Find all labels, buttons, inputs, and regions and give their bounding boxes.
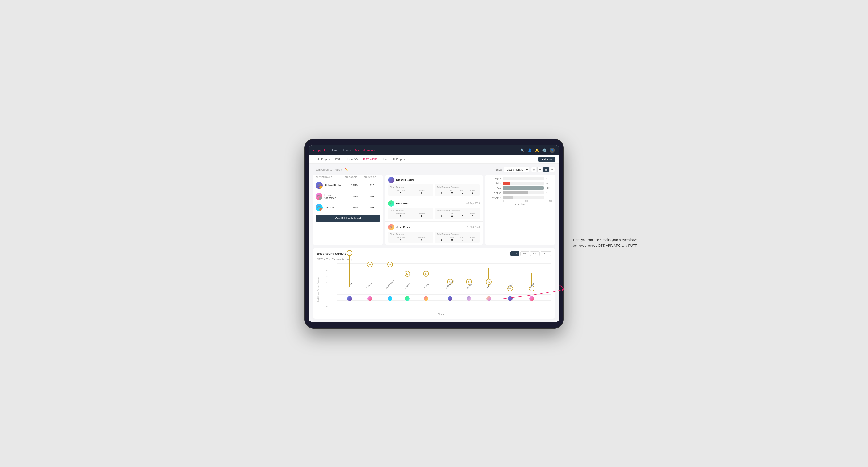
user-avatar[interactable]: 👤: [550, 148, 555, 153]
table-header: PLAYER NAME PB SCORE PB AVG SQ: [313, 175, 382, 180]
player-avatar-1: RB 1: [316, 182, 323, 189]
period-select[interactable]: Last 3 months: [504, 167, 529, 172]
card-name-josh: Josh Coles: [396, 226, 410, 228]
bar-value-pars: 499: [546, 187, 552, 189]
add-team-button[interactable]: Add Team: [538, 157, 555, 162]
bar-row-birdies: Birdies 96: [488, 182, 552, 185]
app-header-rees: APP: [447, 213, 457, 215]
nav-my-performance[interactable]: My Performance: [355, 149, 376, 152]
ott-val-rees: 0: [437, 215, 447, 218]
subnav-hcaps[interactable]: Hcaps 1-5: [345, 155, 358, 163]
card-header-rees: RB Rees Britt 02 Sep 2023: [388, 200, 480, 207]
main-content: Team Clippd 14 Players ✏️ Show Last 3 mo…: [309, 164, 559, 322]
app-logo: clippd: [313, 148, 325, 152]
bar-chart: Eagles 3 Birdies: [488, 177, 552, 199]
player-col-crossman: 4x E. Crossman: [444, 269, 456, 301]
app-val-josh: 0: [447, 239, 457, 241]
rounds-block-rees: Total Rounds Tournament 8 Practice: [388, 208, 433, 219]
avatar-britt: [424, 296, 428, 301]
name-billingham: D. Billingham: [385, 280, 395, 289]
subnav-team-clippd[interactable]: Team Clippd: [362, 155, 378, 163]
x-label-200: 200: [525, 200, 528, 202]
app-val-rees: 0: [447, 215, 457, 218]
bar-label-birdies: Birdies: [488, 182, 501, 184]
chart-container: Eagles 3 Birdies: [486, 175, 555, 208]
player-col-quick: 3x C. Quick: [527, 273, 536, 301]
bar-row-double: D. Bogeys + 131: [488, 196, 552, 199]
ott-val-josh: 0: [437, 239, 447, 241]
player-row-3[interactable]: CM 3 Cameron... 17/20 103: [313, 202, 382, 213]
practice-cols-josh: OTT 0 APP 0 ARG: [437, 236, 478, 241]
subnav-all-players[interactable]: All Players: [392, 155, 405, 163]
bubble-ebert: 7x: [347, 250, 352, 256]
x-axis-title: Players: [332, 313, 551, 315]
settings-icon[interactable]: ⚙️: [542, 148, 546, 152]
pb-avg-1: 110: [364, 184, 380, 187]
bar-label-eagles: Eagles: [488, 177, 501, 180]
practice-block-josh: Total Practice Activities OTT 0 APP: [435, 231, 480, 243]
name-ebert: E. Ebert: [346, 283, 353, 289]
putt-val-josh: 1: [467, 239, 478, 241]
player-row-1[interactable]: RB 1 Richard Butler 19/20 110: [313, 180, 382, 191]
y-label-5: 5: [327, 276, 328, 278]
bubble-britt: 5x: [423, 271, 429, 277]
player-avatar-3: CM 3: [316, 204, 323, 211]
rank-badge-3: 3: [319, 208, 323, 211]
annotation-block: Here you can see streaks your players ha…: [573, 237, 639, 249]
practice-val-butler: 6: [411, 191, 431, 194]
card-header-josh: JC Josh Coles 26 Aug 2023: [388, 224, 480, 230]
card-view-btn[interactable]: ▦: [544, 167, 549, 172]
putt-header-butler: PUTT: [467, 189, 478, 191]
player-row-2[interactable]: EC 2 Edward Crossman 18/20 107: [313, 191, 382, 202]
card-date-rees: 02 Sep 2023: [466, 202, 480, 205]
arg-header-butler: ARG: [457, 189, 467, 191]
practice-block-rees: Total Practice Activities OTT 0 APP: [435, 208, 480, 219]
nav-home[interactable]: Home: [331, 149, 338, 152]
view-leaderboard-button[interactable]: View Full Leaderboard: [316, 215, 380, 222]
table-view-btn[interactable]: ≡: [550, 167, 555, 172]
rounds-title-josh: Total Rounds: [390, 233, 431, 236]
app-val-butler: 0: [447, 191, 457, 194]
nav-teams[interactable]: Teams: [342, 149, 351, 152]
name-britt: R. Britt: [424, 283, 429, 289]
filter-arg[interactable]: ARG: [530, 251, 540, 256]
bar-track-pars: [503, 186, 544, 190]
list-view-btn[interactable]: ☰: [537, 167, 542, 172]
col-pb-score: PB SCORE: [345, 176, 364, 178]
bar-track-double: [503, 196, 544, 199]
filter-putt[interactable]: PUTT: [540, 251, 551, 256]
pb-avg-3: 103: [364, 206, 380, 209]
annotation-text: Here you can see streaks your players ha…: [573, 237, 639, 249]
y-label-2: 2: [327, 293, 328, 295]
subnav-tour[interactable]: Tour: [382, 155, 388, 163]
player-col-butler: 3x R. Butler: [506, 273, 515, 301]
card-avatar-josh: JC: [388, 224, 394, 230]
rank-badge-1: 1: [319, 186, 323, 189]
x-label-400: 400: [549, 200, 552, 202]
bar-fill-birdies: [503, 182, 510, 185]
bar-value-eagles: 3: [546, 177, 552, 180]
chart-x-title: Total Shots: [488, 203, 552, 206]
search-icon[interactable]: 🔍: [520, 148, 524, 152]
tournament-val-josh: 7: [390, 239, 410, 241]
player-card-butler: RB Richard Butler Total Rounds: [385, 175, 483, 198]
user-icon[interactable]: 👤: [528, 148, 532, 152]
filter-app[interactable]: APP: [520, 251, 529, 256]
rounds-cols-butler: Tournament 7 Practice 6: [390, 189, 431, 194]
practice-header-rees: Practice: [411, 213, 431, 215]
rounds-title-rees: Total Rounds: [390, 210, 431, 212]
putt-val-butler: 1: [467, 191, 478, 194]
bar-row-pars: Pars 499: [488, 186, 552, 190]
card-avatar-butler: RB: [388, 177, 394, 183]
arg-header-rees: ARG: [457, 213, 467, 215]
subnav-pgat[interactable]: PGAT Players: [313, 155, 331, 163]
avatar-crossman: [448, 296, 453, 301]
grid-view-btn[interactable]: ⊞: [531, 167, 536, 172]
edit-icon[interactable]: ✏️: [345, 168, 348, 171]
practice-cols-butler: OTT 0 APP 0 ARG: [437, 189, 478, 194]
rounds-block-josh: Total Rounds Tournament 7 Practice: [388, 231, 433, 243]
y-label-3: 3: [327, 287, 328, 290]
bell-icon[interactable]: 🔔: [535, 148, 539, 152]
subnav-pga[interactable]: PGA: [335, 155, 341, 163]
filter-ott[interactable]: OTT: [510, 251, 519, 256]
